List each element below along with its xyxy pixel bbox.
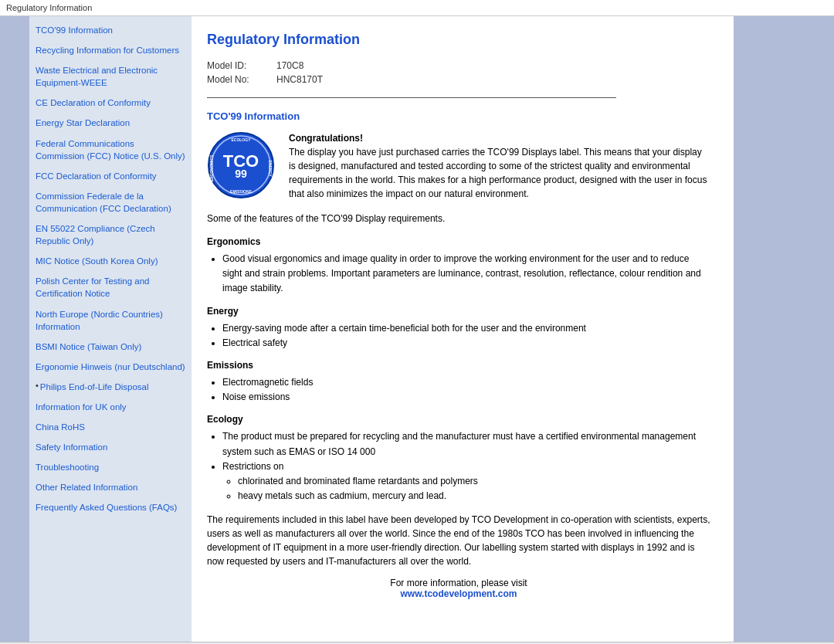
sidebar-link-1[interactable]: Recycling Information for Customers	[36, 44, 179, 56]
sidebar: TCO'99 InformationRecycling Information …	[29, 16, 192, 642]
model-no-row: Model No: HNC8170T	[207, 74, 710, 85]
svg-text:99: 99	[235, 168, 247, 180]
sidebar-item[interactable]: Other Related Information	[36, 481, 185, 497]
sidebar-item[interactable]: Safety Information	[36, 441, 185, 457]
sidebar-link-12[interactable]: BSMI Notice (Taiwan Only)	[36, 341, 141, 353]
model-id-label: Model ID:	[207, 60, 276, 71]
sidebar-item[interactable]: MIC Notice (South Korea Only)	[36, 255, 185, 271]
ergonomics-bullet: Good visual ergonomics and image quality…	[222, 252, 710, 297]
sidebar-item[interactable]: EN 55022 Compliance (Czech Republic Only…	[36, 222, 185, 251]
sidebar-item[interactable]: Recycling Information for Customers	[36, 44, 185, 60]
model-id-row: Model ID: 170C8	[207, 60, 710, 71]
emissions-bullet2: Noise emissions	[222, 390, 710, 405]
sidebar-link-11[interactable]: North Europe (Nordic Countries) Informat…	[36, 308, 185, 333]
ecology-sub-list: chlorinated and brominated flame retarda…	[238, 474, 710, 503]
energy-title: Energy	[207, 306, 710, 317]
sidebar-item[interactable]: Information for UK only	[36, 401, 185, 417]
ergonomics-title: Ergonomics	[207, 236, 710, 247]
sidebar-link-10[interactable]: Polish Center for Testing and Certificat…	[36, 275, 185, 300]
sidebar-item[interactable]: Waste Electrical and Electronic Equipmen…	[36, 64, 185, 93]
sidebar-item[interactable]: China RoHS	[36, 421, 185, 437]
model-info: Model ID: 170C8 Model No: HNC8170T	[207, 60, 710, 85]
content-area: Regulatory Information Model ID: 170C8 M…	[192, 16, 734, 642]
ecology-title: Ecology	[207, 414, 710, 425]
main-layout: TCO'99 InformationRecycling Information …	[0, 16, 834, 642]
sidebar-link-17[interactable]: Safety Information	[36, 441, 107, 453]
model-no-label: Model No:	[207, 74, 276, 85]
sidebar-item[interactable]: CE Declaration of Conformity	[36, 97, 185, 113]
tco-website-link[interactable]: www.tcodevelopment.com	[401, 588, 517, 599]
ecology-list: The product must be prepared for recycli…	[222, 429, 710, 503]
more-info: For more information, please visit www.t…	[207, 578, 710, 599]
congratulations-text: The display you have just purchased carr…	[289, 147, 707, 199]
ergonomics-list: Good visual ergonomics and image quality…	[222, 252, 710, 297]
sidebar-item[interactable]: Troubleshooting	[36, 461, 185, 477]
sidebar-item[interactable]: Frequently Asked Questions (FAQs)	[36, 501, 185, 517]
sidebar-link-0[interactable]: TCO'99 Information	[36, 24, 113, 36]
emissions-title: Emissions	[207, 360, 710, 371]
sidebar-item[interactable]: Polish Center for Testing and Certificat…	[36, 275, 185, 303]
sidebar-link-18[interactable]: Troubleshooting	[36, 461, 99, 473]
sidebar-item[interactable]: Energy Star Declaration	[36, 117, 185, 133]
bullet-marker: •	[36, 381, 39, 390]
sidebar-item[interactable]: Ergonomie Hinweis (nur Deutschland)	[36, 361, 185, 377]
sidebar-link-9[interactable]: MIC Notice (South Korea Only)	[36, 255, 158, 267]
divider	[207, 97, 616, 98]
features-intro: Some of the features of the TCO'99 Displ…	[207, 212, 710, 225]
page-title: Regulatory Information	[207, 32, 710, 48]
ecology-sub2: heavy metals such as cadmium, mercury an…	[238, 489, 710, 503]
emissions-bullet1: Electromagnetic fields	[222, 375, 710, 390]
ecology-sub1: chlorinated and brominated flame retarda…	[238, 474, 710, 489]
sidebar-link-15[interactable]: Information for UK only	[36, 401, 127, 413]
model-no-value: HNC8170T	[276, 74, 323, 85]
sidebar-item[interactable]: Federal Communications Commission (FCC) …	[36, 137, 185, 166]
energy-list: Energy-saving mode after a certain time-…	[222, 321, 710, 351]
ecology-bullet1: The product must be prepared for recycli…	[222, 429, 710, 459]
sidebar-link-7[interactable]: Commission Federale de la Communication …	[36, 190, 185, 215]
energy-bullet1: Energy-saving mode after a certain time-…	[222, 321, 710, 336]
title-bar-text: Regulatory Information	[6, 3, 92, 12]
emissions-list: Electromagnetic fields Noise emissions	[222, 375, 710, 405]
sidebar-link-5[interactable]: Federal Communications Commission (FCC) …	[36, 137, 185, 162]
sidebar-item[interactable]: Commission Federale de la Communication …	[36, 190, 185, 219]
sidebar-link-8[interactable]: EN 55022 Compliance (Czech Republic Only…	[36, 222, 185, 247]
sidebar-item[interactable]: North Europe (Nordic Countries) Informat…	[36, 308, 185, 337]
tco-logo: ECOLOGY ENERGY EMISSIONS ERGONOMICS TCO …	[207, 131, 276, 201]
sidebar-item[interactable]: BSMI Notice (Taiwan Only)	[36, 341, 185, 357]
right-accent	[734, 16, 834, 642]
tco-block: ECOLOGY ENERGY EMISSIONS ERGONOMICS TCO …	[207, 131, 710, 201]
svg-text:ECOLOGY: ECOLOGY	[231, 137, 251, 142]
sidebar-item[interactable]: • Philips End-of-Life Disposal	[36, 381, 185, 397]
more-info-text: For more information, please visit	[390, 578, 527, 588]
sidebar-link-2[interactable]: Waste Electrical and Electronic Equipmen…	[36, 64, 185, 89]
sidebar-item[interactable]: TCO'99 Information	[36, 24, 185, 40]
sidebar-link-14[interactable]: Philips End-of-Life Disposal	[40, 381, 149, 393]
sidebar-link-20[interactable]: Frequently Asked Questions (FAQs)	[36, 501, 177, 514]
congratulations-title: Congratulations!	[289, 133, 363, 144]
sidebar-link-3[interactable]: CE Declaration of Conformity	[36, 97, 151, 109]
sidebar-link-4[interactable]: Energy Star Declaration	[36, 117, 130, 129]
tco-paragraph: The requirements included in this label …	[207, 513, 710, 568]
svg-text:ENERGY: ENERGY	[268, 160, 273, 177]
svg-text:EMISSIONS: EMISSIONS	[230, 189, 252, 194]
ecology-bullet2: Restrictions on chlorinated and brominat…	[222, 459, 710, 504]
svg-text:ERGONOMICS: ERGONOMICS	[209, 154, 214, 181]
title-bar: Regulatory Information	[0, 0, 834, 16]
tco-section-title: TCO'99 Information	[207, 110, 710, 122]
sidebar-item[interactable]: FCC Declaration of Conformity	[36, 170, 185, 186]
energy-bullet2: Electrical safety	[222, 336, 710, 351]
tco-description: Congratulations! The display you have ju…	[289, 131, 710, 201]
model-id-value: 170C8	[276, 60, 303, 71]
sidebar-link-19[interactable]: Other Related Information	[36, 481, 137, 493]
sidebar-link-6[interactable]: FCC Declaration of Conformity	[36, 170, 157, 182]
sidebar-link-13[interactable]: Ergonomie Hinweis (nur Deutschland)	[36, 361, 185, 373]
left-accent	[0, 16, 29, 642]
sidebar-link-16[interactable]: China RoHS	[36, 421, 85, 433]
